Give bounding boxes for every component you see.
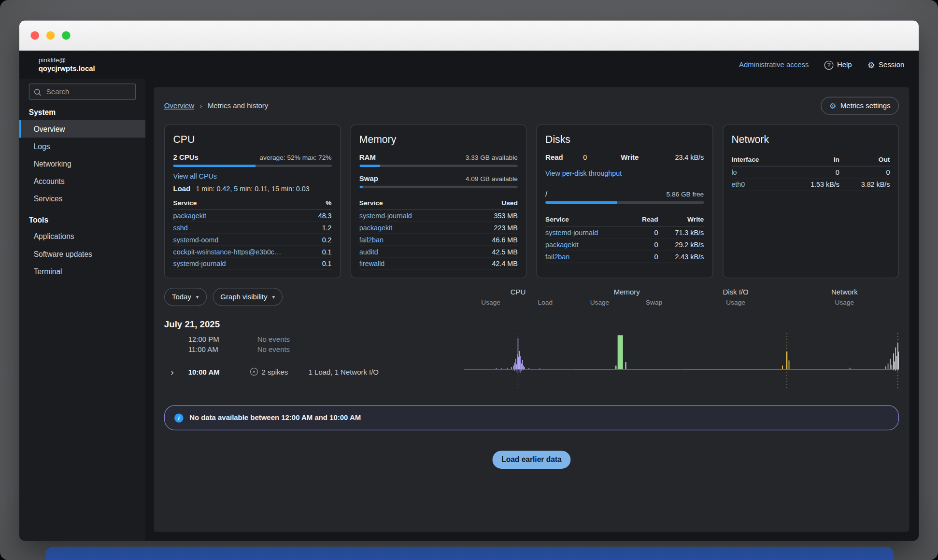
network-interfaces-table: Interface In Out lo00 eth01.53 kB/s3.82 …: [731, 153, 890, 190]
table-row: firewalld42.4 MB: [359, 258, 518, 270]
usage-cards: CPU 2 CPUs average: 52% max: 72% View al…: [164, 125, 899, 279]
service-link[interactable]: auditd: [359, 248, 492, 255]
service-link[interactable]: sshd: [173, 224, 322, 231]
disk-usage-progressbar: [545, 201, 704, 204]
free-space: 5.86 GB free: [666, 191, 704, 198]
session-label: Session: [879, 61, 904, 69]
close-window-button[interactable]: [30, 31, 39, 40]
app-header: pinklife@ qoycjrwpts.local Administrativ…: [19, 51, 919, 79]
timeline-row-10am[interactable]: › 10:00 AM 2 spikes 1 Load, 1 Network I/…: [164, 367, 464, 377]
metrics-settings-button[interactable]: ⚙ Metrics settings: [821, 97, 899, 114]
breadcrumb-overview-link[interactable]: Overview: [164, 101, 194, 110]
table-row: cockpit-wsinstance-https@e3b0c…0.1: [173, 246, 332, 258]
service-link[interactable]: fail2ban: [545, 252, 627, 260]
main-area: Overview › Metrics and history ⚙ Metrics…: [145, 79, 919, 541]
service-link[interactable]: cockpit-wsinstance-https@e3b0c…: [173, 248, 322, 255]
help-menu[interactable]: ? Help: [824, 60, 852, 70]
column-header-interface: Interface: [731, 155, 789, 163]
sidebar-item-logs[interactable]: Logs: [19, 138, 145, 155]
sidebar-item-networking[interactable]: Networking: [19, 155, 145, 172]
sidebar-item-accounts[interactable]: Accounts: [19, 172, 145, 190]
service-link[interactable]: systemd-journald: [173, 260, 322, 267]
metrics-page-panel: Overview › Metrics and history ⚙ Metrics…: [154, 87, 910, 532]
service-link[interactable]: firewalld: [359, 260, 492, 267]
disk-services-table: Service Read Write systemd-journald071.3…: [545, 213, 704, 263]
swap-available: 4.09 GB available: [466, 175, 518, 182]
memory-usage-chart: [572, 331, 681, 392]
cockpit-app: pinklife@ qoycjrwpts.local Administrativ…: [19, 51, 919, 541]
chevron-right-icon[interactable]: ›: [171, 367, 182, 377]
network-card: Network Interface In Out lo00 eth01.53 k…: [723, 125, 899, 279]
cpu-usage-progressbar: [173, 165, 332, 167]
help-label: Help: [837, 61, 852, 69]
search-icon: [34, 88, 42, 98]
service-link[interactable]: packagekit: [359, 224, 494, 231]
table-row: eth01.53 kB/s3.82 kB/s: [731, 179, 890, 191]
maximize-window-button[interactable]: [62, 31, 70, 40]
sidebar-item-overview[interactable]: Overview: [19, 120, 145, 138]
network-card-title: Network: [731, 134, 890, 146]
timeline-row-group: 12:00 PM No events 11:00 AM No events › …: [164, 331, 899, 392]
session-menu[interactable]: ⚙ Session: [867, 61, 904, 69]
timeline-row-12pm[interactable]: 12:00 PM No events: [164, 336, 464, 344]
ram-label: RAM: [359, 153, 376, 161]
ram-available: 3.33 GB available: [466, 154, 518, 161]
service-link[interactable]: systemd-oomd: [173, 236, 322, 243]
metrics-table-header: Today ▾ Graph visibility ▾ CPU Us: [164, 288, 899, 312]
breadcrumb-current: Metrics and history: [208, 101, 268, 110]
sidebar: System Overview Logs Networking Accounts…: [19, 79, 145, 541]
sidebar-item-terminal[interactable]: Terminal: [19, 263, 145, 280]
column-header-in: In: [789, 155, 839, 163]
interface-link[interactable]: lo: [731, 168, 789, 176]
administrative-access-link[interactable]: Administrative access: [739, 61, 809, 69]
per-disk-throughput-link[interactable]: View per-disk throughput: [545, 169, 622, 177]
mount-point: /: [545, 190, 547, 198]
ram-usage-progressbar: [359, 165, 518, 167]
cpu-usage-chart: [464, 331, 572, 392]
minimize-window-button[interactable]: [46, 31, 55, 40]
column-header-out: Out: [839, 155, 890, 163]
caret-down-icon: ▾: [272, 294, 275, 300]
sidebar-search: [29, 84, 136, 100]
table-row: systemd-journald071.3 kB/s: [545, 226, 704, 238]
timeline-row-11am[interactable]: 11:00 AM No events: [164, 346, 464, 354]
disks-card-title: Disks: [545, 134, 704, 146]
sidebar-item-software-updates[interactable]: Software updates: [19, 245, 145, 263]
column-group-network: Network Usage: [790, 288, 899, 306]
interval-dropdown[interactable]: Today ▾: [164, 288, 207, 306]
no-data-alert: i No data available between 12:00 AM and…: [164, 405, 899, 430]
service-link[interactable]: packagekit: [173, 212, 318, 219]
column-header-write: Write: [658, 216, 704, 223]
view-all-cpus-link[interactable]: View all CPUs: [173, 172, 217, 180]
table-row: fail2ban46.6 MB: [359, 234, 518, 246]
table-row: systemd-journald0.1: [173, 258, 332, 270]
network-usage-chart: [790, 331, 899, 392]
service-link[interactable]: systemd-journald: [359, 212, 494, 219]
cpu-services-table: Service % packagekit48.3 sshd1.2 systemd…: [173, 196, 332, 270]
gear-icon: ⚙: [867, 61, 875, 69]
sidebar-item-applications[interactable]: Applications: [19, 228, 145, 245]
table-row: fail2ban02.43 kB/s: [545, 251, 704, 263]
interface-link[interactable]: eth0: [731, 181, 789, 188]
service-link[interactable]: packagekit: [545, 241, 627, 248]
metrics-toolbar: Today ▾ Graph visibility ▾: [164, 288, 464, 306]
table-row: auditd42.5 MB: [359, 246, 518, 258]
caret-down-icon: ▾: [196, 294, 199, 300]
dock-strip: [46, 547, 894, 560]
service-link[interactable]: fail2ban: [359, 236, 492, 243]
app-window: pinklife@ qoycjrwpts.local Administrativ…: [19, 20, 919, 541]
load-earlier-data-button[interactable]: Load earlier data: [493, 451, 571, 469]
spikes-icon: [250, 368, 258, 376]
column-header-service: Service: [359, 199, 502, 206]
sidebar-item-services[interactable]: Services: [19, 190, 145, 207]
host-info: pinklife@ qoycjrwpts.local: [39, 56, 95, 74]
chevron-right-icon: ›: [199, 101, 202, 111]
graph-visibility-dropdown[interactable]: Graph visibility ▾: [213, 288, 283, 306]
service-link[interactable]: systemd-journald: [545, 229, 627, 236]
info-icon: i: [174, 413, 184, 422]
alert-text: No data available between 12:00 AM and 1…: [189, 413, 361, 421]
column-group-disk-io: Disk I/O Usage: [681, 288, 790, 306]
sidebar-section-system: System: [29, 108, 136, 116]
search-input[interactable]: [29, 84, 136, 100]
disks-card: Disks Read 0 Write 23.4 kB/s View per-di…: [536, 125, 712, 279]
